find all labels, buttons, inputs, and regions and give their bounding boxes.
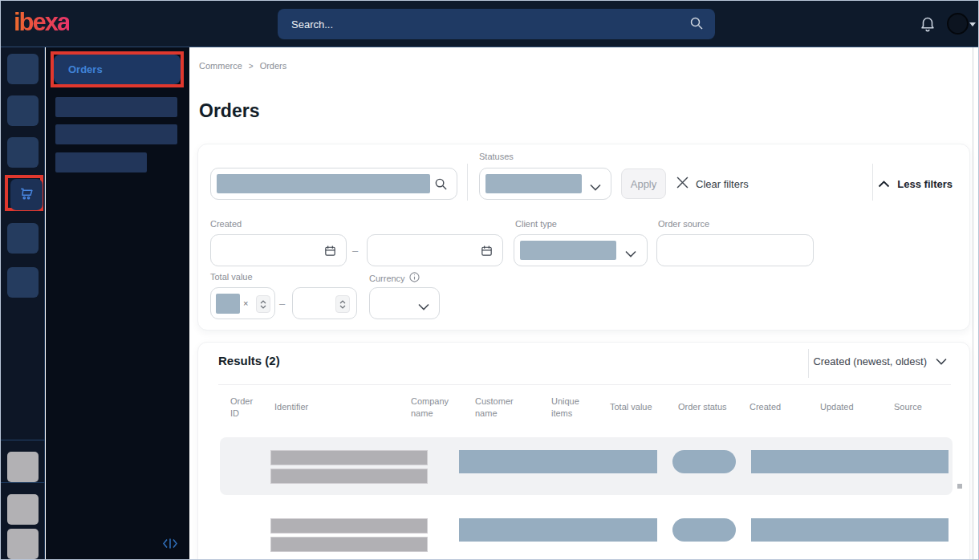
client-type-value-placeholder xyxy=(520,241,616,260)
table-row[interactable] xyxy=(220,505,953,560)
calendar-icon[interactable] xyxy=(323,244,337,261)
created-label: Created xyxy=(210,219,242,229)
clear-filters-button[interactable]: Clear filters xyxy=(676,168,749,199)
search-value-placeholder xyxy=(217,174,430,193)
chevron-down-icon xyxy=(625,246,636,261)
currency-label: Currency xyxy=(369,272,420,284)
currency-label-text: Currency xyxy=(369,274,405,283)
order-source-input[interactable] xyxy=(656,234,814,266)
client-type-select[interactable] xyxy=(514,234,648,266)
breadcrumb-separator: > xyxy=(249,62,254,71)
col-identifier: Identifier xyxy=(274,388,371,428)
apply-button[interactable]: Apply xyxy=(621,168,666,199)
top-bar: ibexa xyxy=(1,1,978,47)
total-value-min-input[interactable]: × xyxy=(210,287,275,319)
created-to-date-input[interactable] xyxy=(367,234,503,266)
rail-divider xyxy=(1,482,45,483)
chevron-down-icon xyxy=(590,180,601,194)
status-badge xyxy=(672,450,736,473)
less-filters-button[interactable]: Less filters xyxy=(878,168,953,199)
collapse-panel-icon[interactable] xyxy=(162,538,178,553)
clear-filters-label: Clear filters xyxy=(696,178,749,190)
results-panel: Results (2) Created (newest, oldest) Ord… xyxy=(197,342,970,560)
user-avatar[interactable] xyxy=(947,13,969,34)
close-icon[interactable]: × xyxy=(243,298,248,308)
sidebar-bottom-item-1[interactable] xyxy=(7,452,39,482)
less-filters-label: Less filters xyxy=(897,178,953,190)
total-value-placeholder xyxy=(216,294,240,314)
dates-placeholder xyxy=(751,450,949,473)
search-icon xyxy=(434,177,448,194)
sidebar-item-1[interactable] xyxy=(7,54,39,84)
orders-search-input[interactable] xyxy=(210,168,457,200)
number-stepper[interactable] xyxy=(335,295,350,313)
menu-item-placeholder-3[interactable] xyxy=(55,152,147,172)
col-updated: Updated xyxy=(820,388,880,428)
divider xyxy=(872,164,873,201)
col-customer-name: Customer name xyxy=(475,388,528,428)
range-separator: – xyxy=(279,298,285,310)
page-scrollbar[interactable] xyxy=(973,47,973,559)
divider xyxy=(808,349,809,378)
status-badge xyxy=(672,518,736,542)
sort-dropdown[interactable]: Created (newest, oldest) xyxy=(813,355,947,367)
calendar-icon[interactable] xyxy=(480,244,494,261)
icon-rail-sidebar xyxy=(1,47,45,559)
menu-item-orders[interactable]: Orders xyxy=(54,55,181,84)
menu-item-placeholder-2[interactable] xyxy=(55,124,177,144)
created-from-date-input[interactable] xyxy=(210,234,347,266)
search-icon[interactable] xyxy=(689,16,704,34)
statuses-value-placeholder xyxy=(485,174,582,193)
col-order-id: Order ID xyxy=(230,388,262,428)
identifier-placeholder xyxy=(270,537,428,552)
scrollbar-thumb[interactable] xyxy=(957,484,962,489)
table-row[interactable] xyxy=(220,437,953,495)
sidebar-item-5[interactable] xyxy=(7,223,39,254)
identifier-placeholder xyxy=(270,450,428,465)
rail-divider xyxy=(1,440,45,440)
breadcrumb-orders[interactable]: Orders xyxy=(260,61,287,71)
col-created: Created xyxy=(749,388,806,428)
order-source-label: Order source xyxy=(658,219,709,229)
results-title: Results (2) xyxy=(218,354,280,367)
col-source: Source xyxy=(894,388,950,428)
ibexa-logo: ibexa xyxy=(14,8,69,37)
global-search-input[interactable] xyxy=(278,9,715,39)
sidebar-item-2[interactable] xyxy=(7,95,39,126)
sidebar-item-3[interactable] xyxy=(7,137,39,168)
breadcrumb: Commerce > Orders xyxy=(199,61,286,71)
main-content: Commerce > Orders Orders Statuses xyxy=(189,47,978,559)
sidebar-bottom-item-2[interactable] xyxy=(7,494,39,525)
annotation-highlight-orders-item: Orders xyxy=(51,51,184,87)
statuses-label: Statuses xyxy=(479,152,514,161)
divider xyxy=(467,164,468,201)
menu-item-placeholder-1[interactable] xyxy=(55,97,177,117)
table-header: Order ID Identifier Company name Custome… xyxy=(220,388,953,428)
number-stepper[interactable] xyxy=(256,295,270,313)
statuses-select[interactable] xyxy=(479,168,611,200)
col-total-value: Total value xyxy=(610,388,674,428)
notifications-bell-icon[interactable] xyxy=(919,14,936,35)
identifier-placeholder xyxy=(270,518,428,534)
chevron-up-icon xyxy=(878,178,890,190)
col-company-name: Company name xyxy=(411,388,461,428)
cart-icon xyxy=(18,185,35,205)
chevron-down-icon xyxy=(418,299,429,314)
sidebar-bottom-item-3[interactable] xyxy=(7,529,39,559)
close-icon xyxy=(676,177,689,191)
total-value-max-input[interactable] xyxy=(292,287,357,319)
app-window: ibexa xyxy=(0,0,979,560)
col-order-status: Order status xyxy=(678,388,746,428)
menu-item-orders-label: Orders xyxy=(68,63,103,75)
info-icon[interactable] xyxy=(409,272,420,284)
page-title: Orders xyxy=(199,100,259,122)
currency-select[interactable] xyxy=(369,287,440,319)
secondary-menu-panel xyxy=(46,47,189,559)
user-menu-caret-icon[interactable] xyxy=(969,22,976,26)
breadcrumb-commerce[interactable]: Commerce xyxy=(199,61,242,71)
range-separator: – xyxy=(352,245,358,257)
sort-label: Created (newest, oldest) xyxy=(813,355,927,367)
sidebar-item-commerce[interactable] xyxy=(10,179,43,210)
sidebar-item-6[interactable] xyxy=(7,267,39,298)
filters-panel: Statuses Apply Clear filters Less fi xyxy=(197,144,970,331)
